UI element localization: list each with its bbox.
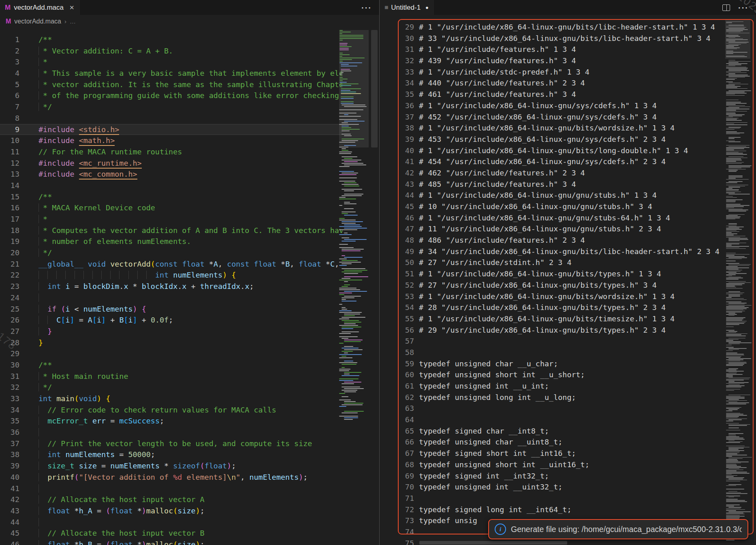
- line-number: 34: [0, 404, 19, 416]
- minimap-left[interactable]: [339, 30, 369, 460]
- minimap-mark: [342, 223, 356, 224]
- minimap-mark: [726, 353, 737, 353]
- more-actions-icon[interactable]: ···: [361, 6, 372, 10]
- minimap-mark: [728, 64, 741, 65]
- minimap-mark: [342, 163, 363, 164]
- minimap-mark: [726, 396, 741, 397]
- minimap-mark: [726, 439, 745, 440]
- line-number: 24: [0, 292, 19, 303]
- minimap-mark: [726, 151, 746, 152]
- minimap-mark: [726, 327, 734, 327]
- minimap-mark: [726, 119, 737, 120]
- minimap-mark: [726, 230, 737, 231]
- editor-group-sash[interactable]: [379, 0, 380, 545]
- minimap-mark: [726, 110, 736, 111]
- split-editor-icon[interactable]: [722, 4, 730, 11]
- chevron-right-icon: ›: [64, 18, 66, 25]
- minimap-mark: [726, 540, 735, 541]
- minimap-mark: [726, 102, 741, 103]
- notification-toast[interactable]: i Generate file using: /home/gcui/maca_p…: [488, 519, 748, 539]
- minimap-mark: [728, 419, 742, 420]
- minimap-mark: [728, 181, 743, 182]
- minimap-right[interactable]: [725, 19, 750, 545]
- code-editor-right[interactable]: 29# 1 "/usr/include/x86_64-linux-gnu/bit…: [398, 21, 721, 545]
- code-line: 48# 486 "/usr/include/features.h" 2 3 4: [398, 235, 721, 246]
- line-number: 71: [398, 493, 414, 504]
- minimap-mark: [726, 330, 735, 331]
- minimap-mark: [726, 460, 738, 461]
- minimap-slider[interactable]: [725, 19, 750, 59]
- minimap-mark: [726, 185, 748, 186]
- minimap-mark: [726, 385, 745, 386]
- minimap-mark: [726, 464, 736, 465]
- line-number: 35: [0, 415, 19, 427]
- minimap-mark: [726, 308, 747, 309]
- minimap-mark: [726, 207, 734, 208]
- code-line: 70typedef unsigned int __uint32_t;: [398, 481, 721, 493]
- minimap-mark: [726, 192, 741, 192]
- minimap-mark: [726, 237, 740, 238]
- code-line: 43 float *h_A = (float *)malloc(size);: [0, 505, 342, 517]
- minimap-mark: [726, 131, 737, 132]
- minimap-mark: [728, 402, 749, 403]
- minimap-mark: [726, 103, 747, 104]
- line-number: 59: [398, 358, 414, 370]
- minimap-mark: [726, 301, 741, 302]
- minimap-mark: [726, 272, 737, 273]
- minimap-mark: [339, 234, 352, 235]
- line-number: 53: [398, 291, 414, 302]
- minimap-mark: [339, 244, 348, 245]
- code-line: 71: [398, 493, 721, 504]
- code-line: 3 *: [0, 56, 342, 68]
- line-number: 6: [0, 90, 19, 101]
- line-number: 30: [0, 359, 19, 371]
- minimap-mark: [728, 296, 740, 297]
- minimap-mark: [728, 178, 736, 179]
- horizontal-scrollbar-right[interactable]: [419, 541, 567, 545]
- minimap-mark: [342, 156, 357, 157]
- minimap-mark: [342, 390, 357, 391]
- modified-dot-icon[interactable]: ●: [425, 4, 429, 11]
- minimap-mark: [344, 190, 354, 191]
- more-actions-icon[interactable]: ···: [738, 6, 749, 10]
- minimap-mark: [726, 209, 743, 209]
- line-number: 5: [0, 79, 19, 90]
- minimap-mark: [726, 218, 740, 218]
- minimap-mark: [726, 322, 745, 323]
- minimap-slider[interactable]: [339, 30, 369, 147]
- minimap-mark: [726, 246, 749, 247]
- minimap-mark: [726, 383, 744, 384]
- minimap-mark: [726, 192, 735, 193]
- line-number: 22: [0, 269, 19, 281]
- minimap-mark: [726, 306, 745, 307]
- minimap-mark: [726, 293, 744, 293]
- minimap-mark: [339, 357, 352, 358]
- tab-untitled-1[interactable]: ≡ Untitled-1 ●: [380, 0, 434, 15]
- line-number: 45: [0, 528, 19, 539]
- minimap-mark: [726, 438, 743, 438]
- minimap-mark: [339, 205, 342, 206]
- code-line: 15/**: [0, 191, 342, 203]
- code-line: 44: [0, 517, 342, 528]
- breadcrumb-file[interactable]: vectorAdd.maca: [14, 18, 61, 25]
- code-line: 27 }: [0, 326, 342, 337]
- close-icon[interactable]: ✕: [69, 4, 75, 11]
- vertical-scrollbar-left[interactable]: [371, 30, 378, 147]
- minimap-mark: [726, 233, 737, 234]
- minimap-mark: [344, 228, 367, 229]
- minimap-mark: [726, 354, 744, 355]
- minimap-mark: [339, 265, 347, 266]
- line-number: 54: [398, 302, 414, 313]
- minimap-mark: [339, 197, 346, 198]
- tab-vectoradd[interactable]: M vectorAdd.maca ✕: [0, 0, 80, 15]
- minimap-mark: [726, 95, 745, 96]
- line-number: 51: [398, 268, 414, 280]
- minimap-mark: [726, 229, 742, 230]
- code-line: 29# 1 "/usr/include/x86_64-linux-gnu/bit…: [398, 21, 721, 33]
- minimap-mark: [342, 327, 361, 327]
- breadcrumb-more[interactable]: …: [70, 18, 76, 25]
- code-line: 36: [0, 427, 342, 438]
- minimap-mark: [728, 440, 735, 441]
- minimap-mark: [726, 509, 745, 510]
- code-editor-left[interactable]: 1/**2 * Vector addition: C = A + B.3 *4 …: [0, 34, 342, 545]
